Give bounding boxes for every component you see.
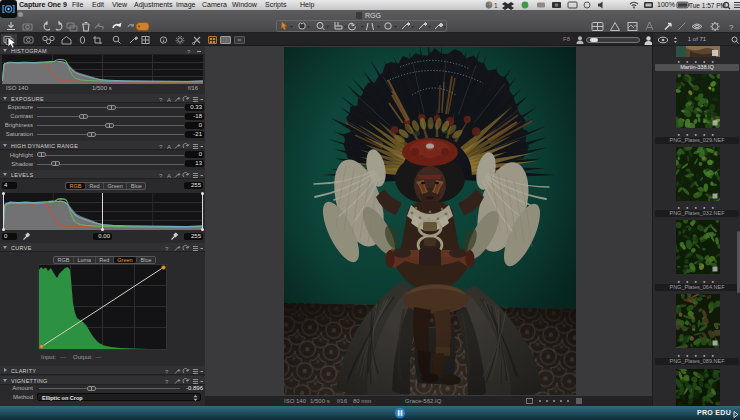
svg-text:?: ? (187, 48, 191, 54)
svg-text:?: ? (165, 378, 169, 384)
svg-text:1: 1 (494, 2, 498, 9)
svg-text:A: A (167, 172, 171, 178)
svg-text:A: A (167, 143, 171, 149)
svg-text:?: ? (729, 23, 734, 32)
svg-text:?: ? (159, 143, 163, 149)
svg-text:?: ? (159, 172, 163, 178)
svg-text:?: ? (165, 245, 169, 251)
svg-text:A: A (167, 96, 171, 102)
svg-text:?: ? (165, 368, 169, 374)
svg-text:?: ? (159, 96, 163, 102)
